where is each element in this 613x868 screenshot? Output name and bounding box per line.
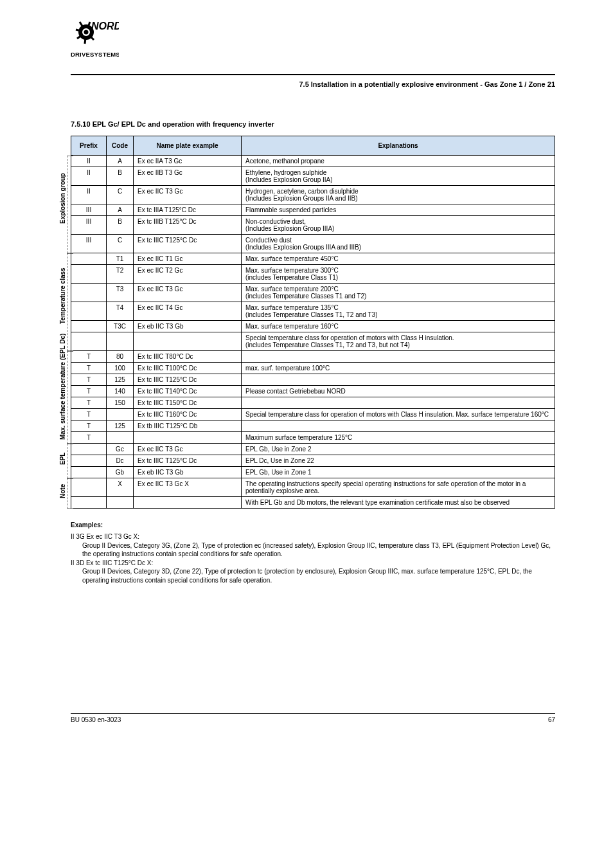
cell-prefix: III [71,216,107,235]
page-footer: BU 0530 en-3023 67 [71,713,555,723]
cell-prefix [71,332,107,351]
cell-explanation [242,420,555,432]
table-row: IIIAEx tc IIIA T125°C DcFlammable suspen… [71,204,555,216]
cell-code [107,332,134,351]
cell-prefix [71,455,107,467]
example-line: II 3G Ex ec IIC T3 Gc X: [71,532,555,541]
cell-example: Ex ec IIC T3 Gc X [134,478,242,497]
table-row: T150Ex tc IIIC T150°C Dc [71,397,555,409]
group-brace [67,444,73,478]
table-row: IIBEx ec IIB T3 GcEthylene, hydrogen sul… [71,167,555,186]
cell-prefix: T [71,409,107,420]
cell-code: T3 [107,284,134,302]
cell-prefix: T [71,374,107,386]
cell-prefix: III [71,204,107,216]
cell-prefix [71,497,107,509]
svg-point-7 [84,30,89,35]
cell-example: Ex eb IIC T3 Gb [134,321,242,332]
cell-code: 125 [107,374,134,386]
cell-example: Ex tc IIIC T125°C Dc [134,455,242,467]
cell-explanation [242,351,555,363]
table-row: TMaximum surface temperature 125°C [71,432,555,444]
cell-code: Gb [107,467,134,478]
brand-logo: NORD DRIVESYSTEMS [71,19,119,62]
cell-explanation [242,374,555,386]
cell-prefix: II [71,167,107,186]
table-row: T2Ex ec IIC T2 GcMax. surface temperatur… [71,265,555,284]
cell-code [107,497,134,509]
cell-prefix [71,321,107,332]
cell-explanation: EPL Gb, Use in Zone 2 [242,444,555,455]
cell-explanation: The operating instructions specify speci… [242,478,555,497]
cell-code: 125 [107,420,134,432]
cell-example: Ex tc IIIC T150°C Dc [134,397,242,409]
cell-example [134,432,242,444]
table-row: T3CEx eb IIC T3 GbMax. surface temperatu… [71,321,555,332]
table-row: GbEx eb IIC T3 GbEPL Gb, Use in Zone 1 [71,467,555,478]
cell-prefix: T [71,351,107,363]
cell-explanation: Please contact Getriebebau NORD [242,386,555,397]
cell-code: X [107,478,134,497]
th-code: Code [107,136,134,156]
table-row: T125Ex tb IIIC T125°C Db [71,420,555,432]
cell-explanation: Special temperature class for operation … [242,332,555,351]
cell-prefix [71,302,107,321]
examples-body: II 3G Ex ec IIC T3 Gc X:Group II Devices… [71,532,555,584]
cell-example: Ex tc IIIC T125°C Dc [134,374,242,386]
cell-explanation: Max. surface temperature 300°C (includes… [242,265,555,284]
cell-code: Gc [107,444,134,455]
cell-code: 100 [107,363,134,374]
table-row: T80Ex tc IIIC T80°C Dc [71,351,555,363]
cell-example: Ex tc IIIC T140°C Dc [134,386,242,397]
table-row: T4Ex ec IIC T4 GcMax. surface temperatur… [71,302,555,321]
table-header-row: Prefix Code Name plate example Explanati… [71,136,555,156]
footer-page-number: 67 [548,716,555,723]
cell-example: Ex tc IIIC T160°C Dc [134,409,242,420]
svg-text:NORD: NORD [91,21,119,32]
examples-heading: Examples: [71,521,555,529]
th-explanations: Explanations [242,136,555,156]
footer-doc-id: BU 0530 en-3023 [71,716,121,723]
cell-prefix: II [71,156,107,167]
header-rule [71,74,555,75]
cell-explanation: Max. surface temperature 160°C [242,321,555,332]
cell-example: Ex eb IIC T3 Gb [134,467,242,478]
table-row: T100Ex tc IIIC T100°C Dcmax. surf. tempe… [71,363,555,374]
cell-code: C [107,186,134,204]
cell-code: A [107,156,134,167]
page-header: NORD DRIVESYSTEMS [71,19,555,68]
cell-code: T2 [107,265,134,284]
table-row: With EPL Gb and Db motors, the relevant … [71,497,555,509]
table-row: DcEx tc IIIC T125°C DcEPL Dc, Use in Zon… [71,455,555,467]
cell-explanation: Max. surface temperature 450°C [242,253,555,265]
cell-example: Ex ec IIC T3 Gc [134,186,242,204]
table-row: T3Ex ec IIC T3 GcMax. surface temperatur… [71,284,555,302]
cell-example: Ex ec IIB T3 Gc [134,167,242,186]
cell-example: Ex ec IIC T1 Gc [134,253,242,265]
cell-prefix: T [71,363,107,374]
cell-prefix: II [71,186,107,204]
cell-code: T4 [107,302,134,321]
group-brace [67,253,73,351]
cell-code: 140 [107,386,134,397]
example-line: Group II Devices, Category 3G, (Zone 2),… [82,541,555,559]
table-row: Special temperature class for operation … [71,332,555,351]
cell-example [134,332,242,351]
cell-explanation [242,397,555,409]
cell-prefix [71,467,107,478]
cell-example: Ex tc IIIB T125°C Dc [134,216,242,235]
cell-prefix [71,478,107,497]
cell-example: Ex tb IIIC T125°C Db [134,420,242,432]
table-container: Prefix Code Name plate example Explanati… [71,136,555,509]
th-example: Name plate example [134,136,242,156]
example-line: Group II Devices, Category 3D, (Zone 22)… [82,567,555,584]
table-row: T140Ex tc IIIC T140°C DcPlease contact G… [71,386,555,397]
cell-prefix [71,265,107,284]
cell-example [134,497,242,509]
cell-example: Ex ec IIC T2 Gc [134,265,242,284]
cell-explanation: With EPL Gb and Db motors, the relevant … [242,497,555,509]
table-row: TEx tc IIIC T160°C DcSpecial temperature… [71,409,555,420]
cell-prefix: III [71,235,107,253]
example-line: II 3D Ex tc IIIC T125°C Dc X: [71,559,555,568]
cell-code: T1 [107,253,134,265]
